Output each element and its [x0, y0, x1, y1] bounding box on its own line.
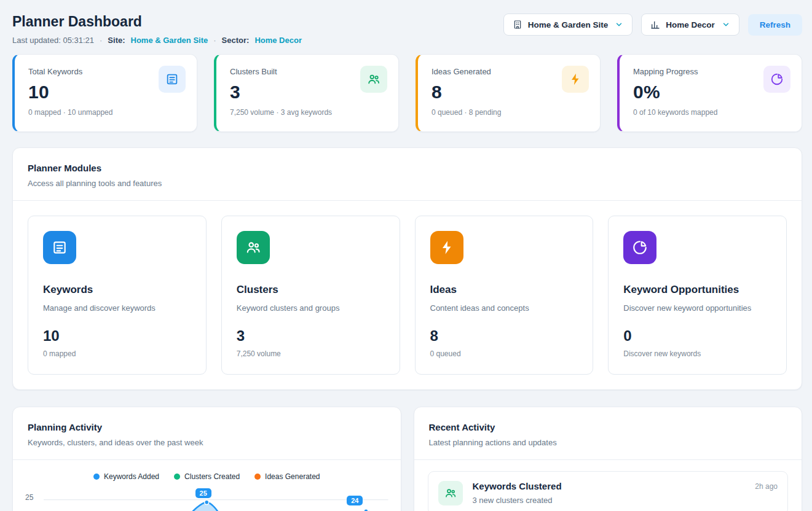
chevron-down-icon — [722, 20, 730, 29]
legend-label: Clusters Created — [184, 472, 240, 481]
modules-header: Planner Modules Access all planning tool… — [13, 148, 802, 200]
site-label: Site: — [108, 36, 125, 45]
chevron-down-icon — [615, 20, 623, 29]
stats-row: Total Keywords 10 0 mapped · 10 unmapped… — [12, 54, 802, 132]
building-icon — [513, 20, 522, 29]
module-description: Content ideas and concepts — [430, 303, 578, 313]
stat-card-total-keywords: Total Keywords 10 0 mapped · 10 unmapped — [12, 54, 197, 132]
page-header: Planner Dashboard Last updated: 05:31:21… — [12, 14, 802, 45]
planner-modules-section: Planner Modules Access all planning tool… — [12, 147, 802, 390]
legend-dot-green — [174, 474, 180, 480]
activity-list: Keywords Clustered 3 new clusters create… — [414, 460, 802, 511]
data-point-label: 25 — [195, 488, 211, 498]
pie-chart-icon — [763, 66, 790, 93]
stat-subtext: 7,250 volume · 3 avg keywords — [230, 108, 385, 117]
legend-item-keywords-added: Keywords Added — [93, 472, 159, 481]
module-title: Ideas — [430, 284, 578, 296]
sector-dropdown-value: Home Decor — [666, 20, 715, 29]
recent-activity-title: Recent Activity — [429, 422, 787, 432]
module-title: Keywords — [43, 284, 191, 296]
module-card-keywords[interactable]: Keywords Manage and discover keywords 10… — [28, 216, 207, 375]
legend-dot-orange — [254, 474, 261, 480]
header-left: Planner Dashboard Last updated: 05:31:21… — [12, 14, 302, 45]
module-value: 10 — [43, 327, 191, 345]
data-point-label: 24 — [347, 496, 363, 505]
legend-dot-blue — [93, 474, 100, 480]
module-description: Keyword clusters and groups — [237, 303, 385, 313]
module-title: Keyword Opportunities — [623, 284, 771, 296]
people-icon — [438, 481, 463, 505]
meta-row: Last updated: 05:31:21 · Site: Home & Ga… — [12, 36, 302, 45]
planning-activity-subtitle: Keywords, clusters, and ideas over the p… — [28, 438, 386, 447]
stat-card-ideas-generated: Ideas Generated 8 0 queued · 8 pending — [416, 54, 601, 132]
activity-description: 3 new clusters created — [473, 496, 746, 505]
legend-item-clusters-created: Clusters Created — [174, 472, 240, 481]
header-controls: Home & Garden Site Home Decor — [503, 14, 802, 36]
activity-body: Keywords Clustered 3 new clusters create… — [473, 481, 746, 505]
recent-activity-header: Recent Activity Latest planning actions … — [414, 407, 802, 459]
module-subtext: Discover new keywords — [623, 349, 771, 358]
legend-label: Keywords Added — [104, 472, 159, 481]
module-value: 3 — [237, 327, 385, 345]
activity-title: Keywords Clustered — [473, 481, 746, 491]
activity-area-chart: 25 25 24 — [23, 491, 391, 511]
activity-timestamp: 2h ago — [755, 482, 778, 491]
module-value: 8 — [430, 327, 578, 345]
modules-grid: Keywords Manage and discover keywords 10… — [13, 201, 802, 389]
module-card-keyword-opportunities[interactable]: Keyword Opportunities Discover new keywo… — [608, 216, 787, 375]
module-description: Discover new keyword opportunities — [623, 303, 771, 313]
meta-separator: · — [213, 36, 216, 45]
stat-card-mapping-progress: Mapping Progress 0% 0 of 10 keywords map… — [617, 54, 802, 132]
site-dropdown[interactable]: Home & Garden Site — [503, 14, 633, 36]
module-subtext: 0 mapped — [43, 349, 191, 358]
document-icon — [159, 66, 186, 93]
pie-chart-icon — [623, 231, 656, 264]
refresh-button[interactable]: Refresh — [748, 14, 802, 36]
people-icon — [360, 66, 387, 93]
legend-item-ideas-generated: Ideas Generated — [254, 472, 320, 481]
page-title: Planner Dashboard — [12, 14, 302, 30]
document-icon — [43, 231, 76, 264]
modules-subtitle: Access all planning tools and features — [28, 179, 787, 188]
area-chart-svg — [44, 491, 388, 511]
module-value: 0 — [623, 327, 771, 345]
stat-card-clusters-built: Clusters Built 3 7,250 volume · 3 avg ke… — [214, 54, 399, 132]
planning-activity-title: Planning Activity — [28, 422, 386, 432]
recent-activity-subtitle: Latest planning actions and updates — [429, 438, 787, 447]
module-description: Manage and discover keywords — [43, 303, 191, 313]
planning-activity-card: Planning Activity Keywords, clusters, an… — [12, 407, 401, 511]
activity-item-keywords-clustered[interactable]: Keywords Clustered 3 new clusters create… — [428, 471, 789, 511]
module-title: Clusters — [237, 284, 385, 296]
module-subtext: 7,250 volume — [237, 349, 385, 358]
meta-separator: · — [100, 36, 102, 45]
sector-dropdown[interactable]: Home Decor — [641, 14, 739, 36]
lightning-icon — [562, 66, 589, 93]
stat-subtext: 0 queued · 8 pending — [432, 108, 586, 117]
people-icon — [237, 231, 270, 264]
lightning-icon — [430, 231, 463, 264]
stat-subtext: 0 of 10 keywords mapped — [633, 108, 788, 117]
bar-chart-icon — [650, 20, 660, 29]
sector-link[interactable]: Home Decor — [254, 36, 302, 45]
stat-subtext: 0 mapped · 10 unmapped — [28, 108, 183, 117]
recent-activity-card: Recent Activity Latest planning actions … — [414, 407, 803, 511]
module-subtext: 0 queued — [430, 349, 578, 358]
site-dropdown-value: Home & Garden Site — [528, 20, 609, 29]
module-card-ideas[interactable]: Ideas Content ideas and concepts 8 0 que… — [415, 216, 594, 375]
chart-legend: Keywords Added Clusters Created Ideas Ge… — [13, 460, 401, 486]
modules-title: Planner Modules — [28, 163, 787, 173]
planner-dashboard-page: Planner Dashboard Last updated: 05:31:21… — [0, 0, 812, 511]
bottom-row: Planning Activity Keywords, clusters, an… — [12, 407, 802, 511]
planning-activity-header: Planning Activity Keywords, clusters, an… — [13, 407, 401, 459]
sector-label: Sector: — [222, 36, 250, 45]
y-axis-tick: 25 — [25, 493, 33, 502]
chart-plot-area: 25 24 — [44, 491, 388, 511]
site-link[interactable]: Home & Garden Site — [131, 36, 208, 45]
legend-label: Ideas Generated — [265, 472, 320, 481]
last-updated-text: Last updated: 05:31:21 — [12, 36, 94, 45]
module-card-clusters[interactable]: Clusters Keyword clusters and groups 3 7… — [221, 216, 400, 375]
